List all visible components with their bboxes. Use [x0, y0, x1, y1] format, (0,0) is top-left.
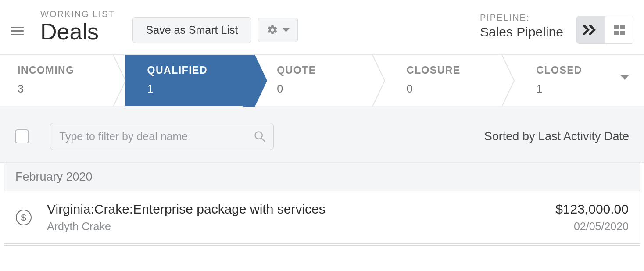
stage-closed[interactable]: CLOSED 1 [514, 55, 644, 106]
settings-button[interactable] [258, 18, 298, 42]
stage-count: 1 [536, 82, 626, 95]
page-title: Deals [40, 20, 115, 43]
deal-row[interactable]: $ Virginia:Crake:Enterprise package with… [4, 191, 640, 244]
pipeline-selector[interactable]: PIPELINE: Sales Pipeline [480, 13, 563, 39]
gear-icon [267, 24, 278, 36]
stage-label: CLOSURE [407, 64, 497, 76]
list-type-label: WORKING LIST [40, 9, 115, 19]
deal-right: $123,000.00 02/05/2020 [555, 202, 629, 233]
save-smart-list-button[interactable]: Save as Smart List [132, 17, 252, 43]
caret-down-icon [620, 75, 629, 80]
pipeline-name: Sales Pipeline [480, 25, 563, 39]
stage-closure[interactable]: CLOSURE 0 [385, 55, 515, 106]
deal-contact: Ardyth Crake [47, 220, 555, 233]
stage-label: QUALIFIED [147, 64, 238, 76]
grid-icon [614, 24, 625, 36]
stage-count: 0 [277, 82, 367, 95]
deal-main: Virginia:Crake:Enterprise package with s… [47, 202, 555, 233]
stage-label: INCOMING [18, 64, 108, 76]
grid-view-button[interactable] [605, 16, 633, 43]
deal-amount: $123,000.00 [555, 202, 629, 217]
stage-count: 0 [407, 82, 497, 95]
svg-text:$: $ [21, 213, 26, 222]
pipeline-label: PIPELINE: [480, 13, 530, 23]
stage-bar: INCOMING 3 QUALIFIED 1 QUOTE 0 CLOSURE 0… [0, 54, 644, 106]
group-header: February 2020 [4, 163, 640, 191]
sort-label[interactable]: Sorted by Last Activity Date [484, 130, 629, 143]
svg-rect-0 [614, 25, 619, 29]
stage-label: QUOTE [277, 64, 367, 76]
view-toggle [576, 16, 633, 44]
svg-rect-2 [614, 31, 619, 35]
svg-line-6 [261, 138, 265, 142]
caret-down-icon [283, 28, 290, 32]
deal-filter-input[interactable] [50, 123, 274, 150]
stage-quote[interactable]: QUOTE 0 [255, 55, 385, 106]
filter-bar: Sorted by Last Activity Date [0, 106, 644, 163]
title-block: WORKING LIST Deals [40, 9, 115, 43]
search-wrap [50, 123, 274, 150]
svg-rect-3 [620, 31, 625, 35]
list-bottom-border [4, 245, 640, 246]
stage-incoming[interactable]: INCOMING 3 [0, 55, 125, 106]
deal-date: 02/05/2020 [555, 220, 629, 233]
pipeline-view-button[interactable] [577, 16, 605, 43]
svg-rect-1 [620, 25, 625, 29]
stage-qualified[interactable]: QUALIFIED 1 [125, 55, 255, 106]
chevrons-right-icon [583, 25, 599, 35]
menu-icon[interactable] [11, 25, 24, 37]
stage-label: CLOSED [536, 64, 626, 76]
search-icon [254, 130, 266, 143]
stage-count: 1 [147, 82, 238, 95]
stage-count: 3 [18, 82, 108, 95]
select-all-checkbox[interactable] [15, 129, 29, 143]
deal-title: Virginia:Crake:Enterprise package with s… [47, 202, 555, 217]
dollar-icon: $ [15, 209, 32, 226]
